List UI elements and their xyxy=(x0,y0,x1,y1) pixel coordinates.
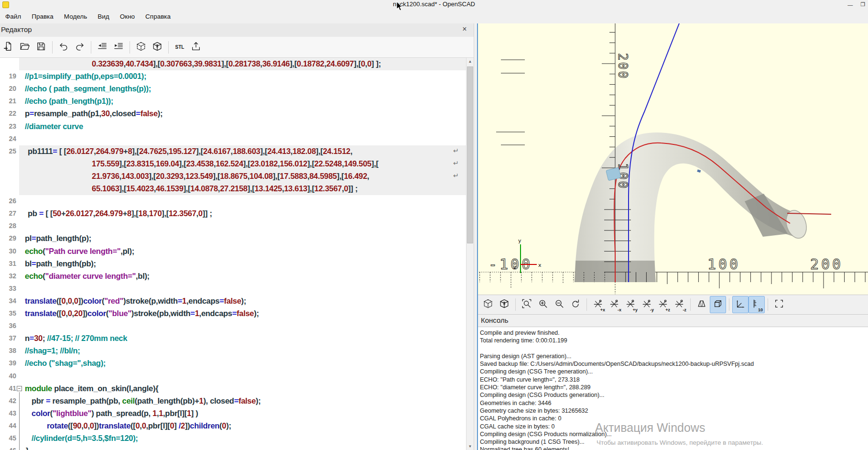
zoom-all-icon xyxy=(521,298,532,311)
code-line[interactable]: 20//echo ( path_segment_lengths(p)); xyxy=(0,83,466,95)
code-line[interactable]: 28 xyxy=(0,220,466,232)
perspective-button[interactable] xyxy=(694,296,710,313)
view-neg-y-button[interactable]: -y xyxy=(639,296,655,313)
code-line[interactable]: 35translate([0,0,20])color("blue")stroke… xyxy=(0,307,466,320)
code-line[interactable]: 27pb = [ [50+26.0127,264.979+8],[18,170]… xyxy=(0,208,466,220)
code-line[interactable]: 37n=30; //47-15; // 270mm neck xyxy=(0,332,466,345)
preview-button[interactable] xyxy=(133,39,149,56)
zoom-in-button[interactable] xyxy=(535,296,551,313)
new-file-button[interactable] xyxy=(0,39,17,56)
orthographic-button[interactable] xyxy=(710,296,726,313)
code-line[interactable]: 19//p1=simplify_path(p,eps=0.0001); xyxy=(0,70,466,83)
close-icon[interactable]: × xyxy=(460,25,469,33)
code-line-text xyxy=(19,320,466,332)
render-button[interactable] xyxy=(496,296,512,313)
panel-splitter-highlight xyxy=(477,23,478,450)
editor-panel-header[interactable]: Редактор × xyxy=(0,23,474,37)
editor-scrollbar[interactable]: ▲ ▼ xyxy=(466,58,474,450)
code-line[interactable]: 29pl=path_length(p); xyxy=(0,232,466,245)
render-button[interactable] xyxy=(149,39,165,56)
line-number xyxy=(0,58,16,70)
view-neg-x-button[interactable]: -x xyxy=(606,296,622,313)
export-stl-button[interactable]: STL xyxy=(172,39,188,56)
line-number: 38 xyxy=(0,345,16,357)
code-line-text xyxy=(19,370,466,383)
code-line[interactable]: 32echo("diameter curve length=",bl); xyxy=(0,270,466,283)
code-line[interactable]: 22p=resample_path(p1,30,closed=false); xyxy=(0,108,466,120)
undo-button[interactable] xyxy=(55,39,72,56)
code-line[interactable]: 36 xyxy=(0,320,466,332)
menu-item-3[interactable]: Вид xyxy=(92,9,114,23)
indent-button[interactable] xyxy=(110,39,127,56)
preview-button[interactable] xyxy=(480,296,496,313)
title-bar[interactable]: neck1200.scad* - OpenSCAD — ❐ xyxy=(0,0,868,9)
windows-activation-subtext: Чтобы активировать Windows, перейдите в … xyxy=(597,439,763,446)
3d-viewport[interactable]: 200 100 -100 100 200 y x z xyxy=(477,23,868,295)
maximize-button[interactable]: ❐ xyxy=(860,1,865,8)
code-line[interactable]: 65.1063],[15.4023,46.1539],[14.0878,27.2… xyxy=(0,183,466,195)
redo-button[interactable] xyxy=(72,39,88,56)
save-button[interactable] xyxy=(33,39,49,56)
code-line[interactable]: 175.559],[23.8315,169.04],[23.4538,162.5… xyxy=(0,158,466,170)
code-line[interactable]: 42pbr = resample_path(pb, ceil(path_leng… xyxy=(0,395,466,407)
code-line[interactable]: 44rotate([90,0,0])translate([0,0,pbr[l][… xyxy=(0,420,466,432)
console-line: Parsing design (AST generation)... xyxy=(480,352,868,360)
code-line[interactable]: 45//cylinder(d=5,h=3.5,$fn=120); xyxy=(0,432,466,445)
code-line-text: n=30; //47-15; // 270mm neck xyxy=(19,332,466,345)
panel-splitter[interactable] xyxy=(474,23,477,450)
code-line[interactable]: 39//echo ("shag=",shag); xyxy=(0,357,466,370)
view-pos-z-button[interactable]: +z xyxy=(655,296,671,313)
scrollbar-thumb[interactable] xyxy=(467,66,473,243)
scroll-down-icon[interactable]: ▼ xyxy=(467,444,474,449)
code-line[interactable]: 34translate([0,0,0])color("red")stroke(p… xyxy=(0,295,466,307)
code-line[interactable]: 46} xyxy=(0,445,466,450)
view-pos-y-button[interactable]: +y xyxy=(622,296,639,313)
fold-collapse-icon[interactable]: − xyxy=(17,386,22,391)
code-line[interactable]: 31bl=path_length(pb); xyxy=(0,258,466,270)
new-file-icon xyxy=(3,41,14,54)
menu-item-5[interactable]: Справка xyxy=(140,9,176,23)
console-panel-header[interactable]: Консоль xyxy=(477,315,868,327)
code-line[interactable]: 23//diameter curve xyxy=(0,121,466,133)
code-line-text: //echo (path_length(p1)); xyxy=(19,95,466,108)
toolbar-separator xyxy=(515,298,516,311)
code-line[interactable]: 21//echo (path_length(p1)); xyxy=(0,95,466,108)
open-button[interactable] xyxy=(17,39,33,56)
show-axes-button[interactable] xyxy=(732,296,749,313)
minimize-button[interactable]: — xyxy=(847,2,853,8)
menu-item-4[interactable]: Окно xyxy=(115,9,140,23)
unindent-button[interactable] xyxy=(94,39,110,56)
menu-item-2[interactable]: Модель xyxy=(59,9,92,23)
code-line[interactable]: 21.9736,143.003],[20.3293,123.549],[18.8… xyxy=(0,170,466,183)
code-line[interactable]: 26 xyxy=(0,195,466,208)
reset-view-button[interactable] xyxy=(567,296,584,313)
code-line[interactable]: 38//shag=1; //bl/n; xyxy=(0,345,466,357)
show-scale-markers-button[interactable]: 10 xyxy=(749,296,765,313)
code-line[interactable]: 33 xyxy=(0,283,466,295)
code-line-text: 0.323639,40.7434],[0.307663,39.9831],[0.… xyxy=(19,58,466,70)
code-line[interactable]: 25pb1111= [ [26.0127,264.979+8],[24.7625… xyxy=(0,145,466,158)
code-line-text: pl=path_length(p); xyxy=(19,232,466,245)
code-line[interactable]: 24 xyxy=(0,133,466,145)
scroll-up-icon[interactable]: ▲ xyxy=(467,59,474,64)
code-line[interactable]: 43color("lightblue") path_spread(p, 1,1,… xyxy=(0,407,466,420)
export-button[interactable] xyxy=(188,39,204,56)
code-line[interactable]: 40 xyxy=(0,370,466,383)
line-number: 27 xyxy=(0,208,16,220)
code-line[interactable]: 30echo("Path curve length=",pl); xyxy=(0,245,466,258)
view-pos-x-button[interactable]: +x xyxy=(590,296,606,313)
view-neg-z-button[interactable]: -z xyxy=(671,296,687,313)
toolbar-separator xyxy=(768,298,768,311)
code-line-text xyxy=(19,195,466,208)
code-line[interactable]: 41module place_item_on_skin(l,angle){− xyxy=(0,383,466,395)
line-number: 29 xyxy=(0,232,16,245)
view-all-button[interactable] xyxy=(771,296,787,313)
code-line[interactable]: 0.323639,40.7434],[0.307663,39.9831],[0.… xyxy=(0,58,466,70)
menu-item-1[interactable]: Правка xyxy=(26,9,59,23)
zoom-all-button[interactable] xyxy=(519,296,535,313)
code-line-text: rotate([90,0,0])translate([0,0,pbr[l][0]… xyxy=(19,420,466,432)
menu-item-0[interactable]: Файл xyxy=(0,9,26,23)
zoom-out-button[interactable] xyxy=(551,296,567,313)
toolbar-separator xyxy=(690,298,691,311)
code-editor[interactable]: 0.323639,40.7434],[0.307663,39.9831],[0.… xyxy=(0,58,466,450)
